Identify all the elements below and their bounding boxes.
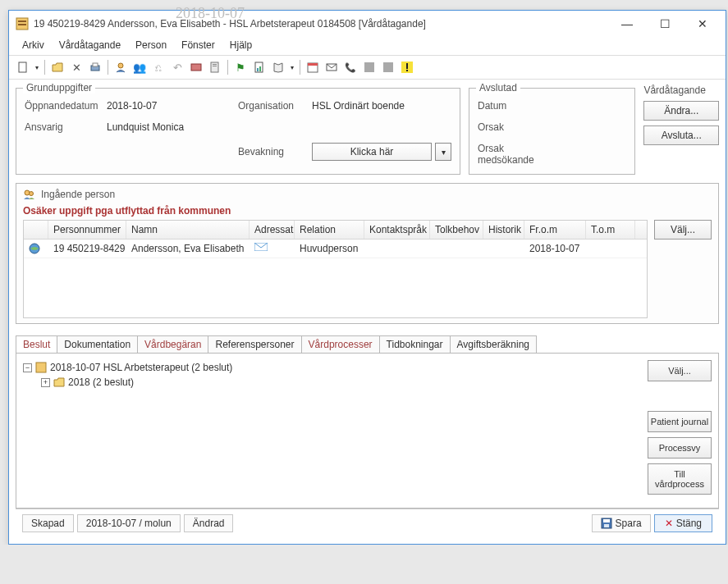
svg-rect-21 (406, 70, 408, 71)
menu-person[interactable]: Person (129, 37, 173, 53)
patientjournal-button[interactable]: Patient journal (648, 411, 712, 432)
svg-rect-1 (18, 21, 26, 22)
people-icon[interactable]: 👥 (130, 58, 149, 76)
gray-block1-icon[interactable] (360, 58, 378, 76)
maximize-button[interactable]: ☐ (648, 15, 681, 33)
book-icon[interactable] (269, 58, 287, 76)
col-tolkbehov[interactable]: Tolkbehov (430, 221, 483, 239)
col-icon[interactable] (24, 221, 48, 239)
till-vardprocess-button[interactable]: Till vårdprocess (648, 463, 712, 495)
col-personnummer[interactable]: Personnummer (48, 221, 126, 239)
menubar: Arkiv Vårdåtagande Person Fönster Hjälp (9, 35, 726, 55)
svg-rect-15 (308, 63, 318, 66)
spara-button[interactable]: Spara (592, 514, 651, 532)
sheet-icon[interactable] (250, 58, 268, 76)
svg-rect-7 (191, 64, 201, 71)
svg-rect-28 (603, 519, 610, 522)
oppnandedatum-value: 2018-10-07 (107, 100, 238, 112)
chevron-down-icon[interactable]: ▾ (435, 143, 451, 161)
col-kontaktsprak[interactable]: Kontaktspråk (364, 221, 430, 239)
valj-person-button[interactable]: Välj... (654, 220, 712, 240)
doc-icon[interactable] (206, 58, 224, 76)
expand-icon[interactable]: + (41, 378, 50, 387)
tab-dokumentation[interactable]: Dokumentation (57, 335, 138, 353)
organisation-label: Organisation (238, 100, 312, 112)
tab-avgiftsberakning[interactable]: Avgiftsberäkning (450, 335, 538, 353)
phone-icon[interactable]: 📞 (341, 58, 359, 76)
cell-tom (586, 240, 635, 258)
card-icon[interactable] (187, 58, 205, 76)
person-icon[interactable] (112, 58, 130, 76)
undo-icon[interactable]: ↶ (168, 58, 186, 76)
new-icon[interactable] (14, 58, 32, 76)
statusbar: Skapad 2018-10-07 / molun Ändrad Spara ✕… (16, 509, 719, 537)
andra-button[interactable]: Ändra... (643, 101, 719, 121)
new-dropdown-icon[interactable]: ▾ (33, 58, 41, 76)
menu-fonster[interactable]: Fönster (175, 37, 222, 53)
avslutad-medsokande-label: Orsak medsökande (478, 143, 552, 166)
svg-point-22 (25, 190, 30, 195)
cell-historik (483, 240, 524, 258)
mail-icon[interactable] (323, 58, 341, 76)
organisation-value: HSL Ordinärt boende (312, 100, 451, 112)
svg-rect-29 (604, 524, 609, 527)
tab-vardprocesser[interactable]: Vårdprocesser (301, 335, 380, 353)
cell-kontaktsprak (364, 240, 430, 258)
col-historik[interactable]: Historik (483, 221, 524, 239)
avsluta-button[interactable]: Avsluta... (643, 125, 719, 145)
close-button[interactable]: ✕ (686, 15, 719, 33)
svg-rect-10 (213, 66, 217, 66)
tab-referenspersoner[interactable]: Referenspersoner (208, 335, 301, 353)
bevakning-select[interactable]: Klicka här (312, 143, 432, 161)
tab-beslut[interactable]: Beslut (16, 335, 57, 353)
print-icon[interactable] (86, 58, 104, 76)
bevakning-label: Bevakning (238, 146, 312, 157)
ingaende-person-heading: Ingående person (41, 189, 115, 200)
flag-icon[interactable]: ⚑ (231, 58, 250, 76)
spara-label: Spara (616, 518, 642, 529)
skapad-label: Skapad (22, 514, 74, 532)
col-tom[interactable]: T.o.m (586, 221, 635, 239)
svg-rect-26 (36, 363, 46, 372)
col-adressat[interactable]: Adressat (250, 221, 295, 239)
menu-hjalp[interactable]: Hjälp (223, 37, 259, 53)
delete-icon[interactable]: ✕ (67, 58, 85, 76)
calendar-icon[interactable] (304, 58, 322, 76)
titlebar: 19 450219-8429 Andersson, Eva Elisabeth … (9, 11, 726, 35)
svg-rect-2 (18, 24, 26, 25)
col-namn[interactable]: Namn (126, 221, 250, 239)
tree-root[interactable]: − 2018-10-07 HSL Arbetsterapeut (2 beslu… (23, 360, 639, 375)
stamp-icon[interactable]: ⎌ (149, 58, 167, 76)
folder-icon (53, 377, 65, 387)
cell-from: 2018-10-07 (524, 240, 586, 258)
tree-child[interactable]: + 2018 (2 beslut) (23, 375, 639, 390)
envelope-small-icon (250, 240, 295, 258)
decision-tree: − 2018-10-07 HSL Arbetsterapeut (2 beslu… (23, 360, 639, 501)
globe-icon (24, 240, 48, 258)
tab-vardbegaran[interactable]: Vårdbegäran (137, 335, 208, 353)
gray-block2-icon[interactable] (379, 58, 397, 76)
col-relation[interactable]: Relation (295, 221, 364, 239)
cell-relation: Huvudperson (295, 240, 364, 258)
valj-tree-button[interactable]: Välj... (648, 360, 712, 381)
stang-button[interactable]: ✕ Stäng (654, 514, 712, 532)
svg-point-6 (118, 63, 123, 68)
table-row[interactable]: 19 450219-8429 Andersson, Eva Elisabeth … (24, 240, 647, 258)
skapad-value: 2018-10-07 / molun (77, 514, 181, 532)
tab-tidbokningar[interactable]: Tidbokningar (379, 335, 451, 353)
app-icon (16, 17, 29, 30)
book-dropdown-icon[interactable]: ▾ (288, 58, 296, 76)
collapse-icon[interactable]: − (23, 363, 32, 372)
tab-panel-beslut: − 2018-10-07 HSL Arbetsterapeut (2 beslu… (16, 353, 719, 509)
cell-personnummer: 19 450219-8429 (48, 240, 126, 258)
open-icon[interactable] (48, 58, 66, 76)
col-from[interactable]: Fr.o.m (524, 221, 586, 239)
minimize-button[interactable]: — (611, 15, 643, 33)
processvy-button[interactable]: Processvy (648, 437, 712, 459)
avslutad-legend: Avslutad (476, 82, 520, 94)
svg-rect-5 (93, 63, 98, 66)
grunduppgifter-legend: Grunduppgifter (23, 82, 95, 94)
alert-icon[interactable] (398, 58, 416, 76)
menu-arkiv[interactable]: Arkiv (16, 37, 51, 53)
menu-vardatagande[interactable]: Vårdåtagande (53, 37, 127, 53)
